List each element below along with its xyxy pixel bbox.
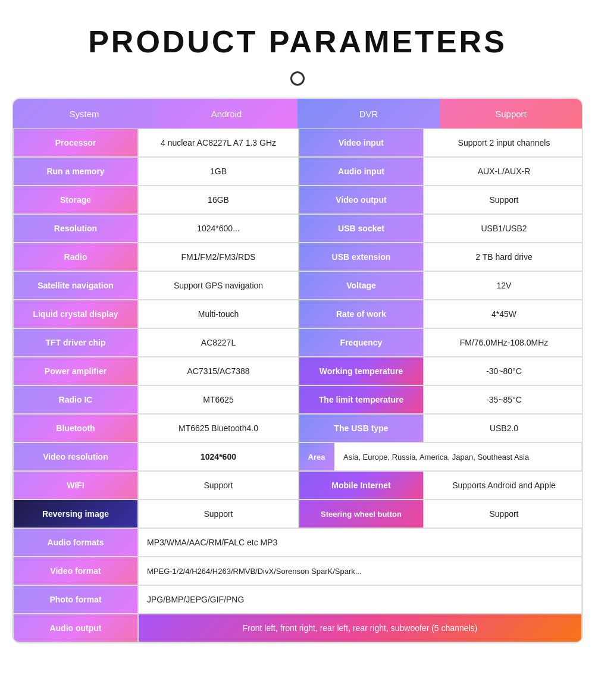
value-photo-format: JPG/BMP/JEPG/GIF/PNG [138,585,582,614]
label-limit-temp: The limit temperature [299,385,424,414]
value-audio-output: Front left, front right, rear left, rear… [138,614,582,642]
value-steering-wheel: Support [424,500,583,528]
table-row: Video format MPEG-1/2/4/H264/H263/RMVB/D… [13,557,582,585]
product-table: System Android DVR Support Processor 4 n… [12,98,583,644]
table-row: Audio output Front left, front right, re… [13,614,582,642]
label-satellite-nav: Satellite navigation [13,271,138,300]
table-row: Video resolution 1024*600 Area Asia, Eur… [13,442,582,471]
value-radio-ic: MT6625 [138,385,299,414]
value-limit-temp: -35~85°C [424,385,583,414]
value-video-resolution: 1024*600 [138,442,299,471]
value-bluetooth: MT6625 Bluetooth4.0 [138,414,299,442]
table-header: System Android DVR Support [13,99,582,128]
label-power-amplifier: Power amplifier [13,357,138,385]
value-frequency: FM/76.0MHz-108.0MHz [424,328,583,357]
table-row: Photo format JPG/BMP/JEPG/GIF/PNG [13,585,582,614]
value-video-output: Support [424,186,583,214]
value-video-input: Support 2 input channels [424,128,583,157]
table-row: Radio IC MT6625 The limit temperature -3… [13,385,582,414]
label-processor: Processor [13,128,138,157]
label-run-memory: Run a memory [13,157,138,186]
circle-icon [290,71,305,86]
table-row: Power amplifier AC7315/AC7388 Working te… [13,357,582,385]
table-row: WIFI Support Mobile Internet Supports An… [13,471,582,500]
label-bluetooth: Bluetooth [13,414,138,442]
label-audio-output: Audio output [13,614,138,642]
label-video-output: Video output [299,186,424,214]
table-row: Reversing image Support Steering wheel b… [13,500,582,528]
header-dvr: DVR [298,99,440,128]
label-voltage: Voltage [299,271,424,300]
label-lcd: Liquid crystal display [13,300,138,328]
label-reversing-image: Reversing image [13,500,138,528]
value-storage: 16GB [138,186,299,214]
label-video-resolution: Video resolution [13,442,138,471]
table-row: Run a memory 1GB Audio input AUX-L/AUX-R [13,157,582,186]
label-steering-wheel: Steering wheel button [299,500,424,528]
label-audio-formats: Audio formats [13,528,138,557]
value-run-memory: 1GB [138,157,299,186]
label-photo-format: Photo format [13,585,138,614]
label-radio-ic: Radio IC [13,385,138,414]
value-processor: 4 nuclear AC8227L A7 1.3 GHz [138,128,299,157]
header-support: Support [440,99,582,128]
label-mobile-internet: Mobile Internet [299,471,424,500]
label-area: Area [299,442,334,471]
value-power-amplifier: AC7315/AC7388 [138,357,299,385]
value-wifi: Support [138,471,299,500]
value-audio-formats: MP3/WMA/AAC/RM/FALC etc MP3 [138,528,582,557]
value-reversing-image: Support [138,500,299,528]
table-row: Bluetooth MT6625 Bluetooth4.0 The USB ty… [13,414,582,442]
label-wifi: WIFI [13,471,138,500]
label-working-temp: Working temperature [299,357,424,385]
label-tft: TFT driver chip [13,328,138,357]
value-voltage: 12V [424,271,583,300]
table-row: Liquid crystal display Multi-touch Rate … [13,300,582,328]
label-usb-extension: USB extension [299,243,424,271]
header-system: System [13,99,155,128]
header-android: Android [155,99,298,128]
table-row: Audio formats MP3/WMA/AAC/RM/FALC etc MP… [13,528,582,557]
label-video-format: Video format [13,557,138,585]
label-radio: Radio [13,243,138,271]
value-audio-input: AUX-L/AUX-R [424,157,583,186]
value-usb-extension: 2 TB hard drive [424,243,583,271]
label-storage: Storage [13,186,138,214]
label-usb-type: The USB type [299,414,424,442]
label-rate-of-work: Rate of work [299,300,424,328]
table-row: Radio FM1/FM2/FM3/RDS USB extension 2 TB… [13,243,582,271]
value-resolution: 1024*600... [138,214,299,243]
value-working-temp: -30~80°C [424,357,583,385]
value-tft: AC8227L [138,328,299,357]
label-video-input: Video input [299,128,424,157]
label-resolution: Resolution [13,214,138,243]
label-usb-socket: USB socket [299,214,424,243]
table-row: Satellite navigation Support GPS navigat… [13,271,582,300]
table-row: Resolution 1024*600... USB socket USB1/U… [13,214,582,243]
value-radio: FM1/FM2/FM3/RDS [138,243,299,271]
value-video-format: MPEG-1/2/4/H264/H263/RMVB/DivX/Sorenson … [138,557,582,585]
value-lcd: Multi-touch [138,300,299,328]
value-satellite-nav: Support GPS navigation [138,271,299,300]
label-audio-input: Audio input [299,157,424,186]
value-mobile-internet: Supports Android and Apple [424,471,583,500]
value-rate-of-work: 4*45W [424,300,583,328]
page-title: PRODUCT PARAMETERS [88,24,507,59]
value-area: Asia, Europe, Russia, America, Japan, So… [334,442,582,471]
label-frequency: Frequency [299,328,424,357]
table-row: Storage 16GB Video output Support [13,186,582,214]
value-usb-type: USB2.0 [424,414,583,442]
table-row: TFT driver chip AC8227L Frequency FM/76.… [13,328,582,357]
table-row: Processor 4 nuclear AC8227L A7 1.3 GHz V… [13,128,582,157]
value-usb-socket: USB1/USB2 [424,214,583,243]
